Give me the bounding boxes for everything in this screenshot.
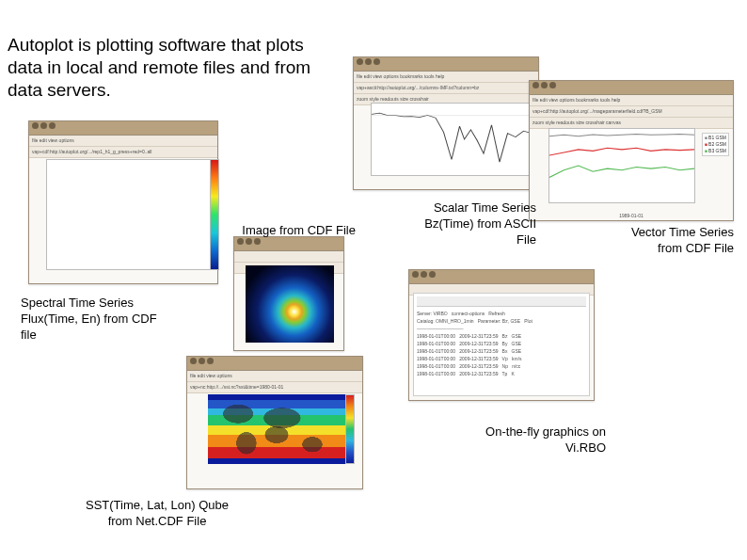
slide: Autoplot is plotting software that plots…	[0, 0, 747, 560]
plot-vector	[548, 128, 695, 203]
window-image	[233, 236, 344, 351]
caption-scalar: Scalar Time Series Bz(Time) from ASCII F…	[410, 200, 536, 248]
window-sst: file edit view options vap+nc:http://...…	[186, 356, 363, 489]
plot-sst-worldmap	[208, 394, 345, 464]
plot-spectrogram	[46, 159, 212, 270]
colorbar-spectral	[210, 159, 219, 270]
virbo-listing: Server: ViRBO connect-options Refresh Ca…	[413, 293, 590, 396]
window-virbo: Server: ViRBO connect-options Refresh Ca…	[408, 269, 595, 401]
x-axis-date: 1989-01-01	[530, 213, 733, 218]
caption-sst: SST(Time, Lat, Lon) Qube from Net.CDF Fi…	[77, 497, 237, 529]
caption-spectral: Spectral Time Series Flux(Time, En) from…	[21, 295, 167, 343]
window-spectral: file edit view options vap+cdf:http://au…	[28, 120, 218, 284]
window-vector: file edit view options bookmarks tools h…	[529, 80, 734, 221]
plot-aurora-image	[246, 265, 334, 343]
window-scalar-bz: file edit view options bookmarks tools h…	[353, 56, 539, 190]
caption-vector: Vector Time Series from CDF File	[612, 224, 734, 256]
legend-vector: ■ B1 GSM ■ B2 GSM ■ B3 GSM	[702, 133, 729, 156]
caption-virbo: On-the-fly graphics on Vi.RBO	[474, 424, 606, 456]
plot-scalar-bz	[371, 103, 532, 176]
caption-image: Image from CDF File	[224, 222, 356, 238]
colorbar-sst	[345, 394, 355, 464]
headline: Autoplot is plotting software that plots…	[8, 34, 337, 102]
